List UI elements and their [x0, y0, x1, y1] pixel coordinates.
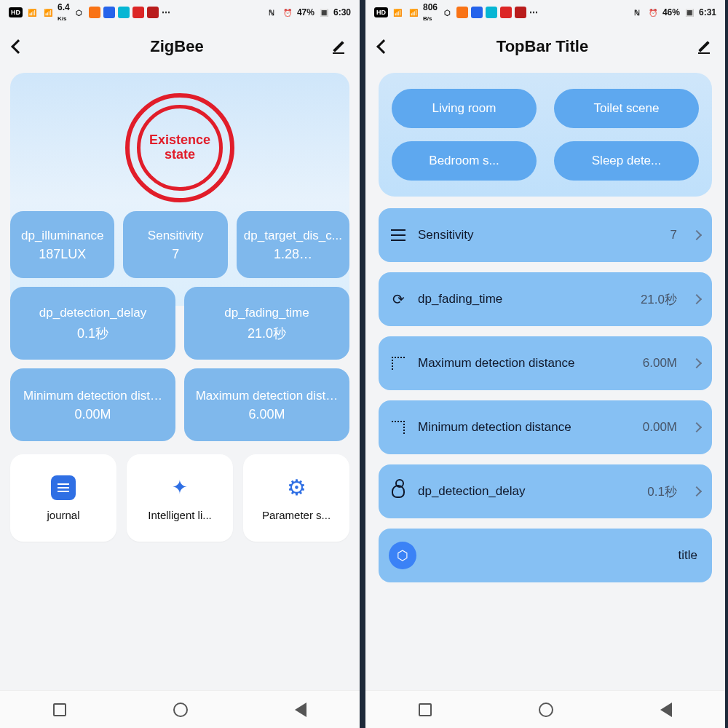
refresh-icon: ⟳ — [389, 290, 408, 309]
app-icon-4 — [500, 7, 512, 18]
phone-left: HD 📶 📶 6.4K/s ⬡ ⋯ ℕ ⏰ 47% 🔳 6:30 — [0, 0, 363, 728]
chevron-right-icon — [692, 230, 702, 240]
wifi-icon: 📶 — [41, 6, 55, 19]
alarm-icon: ⏰ — [646, 6, 660, 19]
chevron-right-icon — [692, 486, 702, 496]
card-journal[interactable]: journal — [10, 454, 116, 542]
page-title: ZigBee — [23, 37, 331, 56]
journal-icon — [51, 475, 76, 500]
card-intelligent[interactable]: ✦ Intelligent li... — [127, 454, 233, 542]
net-rate: 6.4K/s — [58, 2, 70, 23]
bottom-cards: journal ✦ Intelligent li... ⚙ Parameter … — [0, 441, 360, 549]
wifi-icon: 📶 — [407, 6, 420, 19]
nav-back[interactable] — [295, 703, 306, 717]
chevron-right-icon — [692, 294, 702, 304]
battery-icon: 🔳 — [683, 6, 696, 19]
nfc-icon: ℕ — [265, 6, 278, 19]
chevron-right-icon — [692, 422, 702, 432]
nav-home[interactable] — [173, 703, 188, 717]
state-label: Existence state — [141, 133, 219, 162]
hex-icon: ⬡ — [440, 6, 454, 19]
battery-icon: 🔳 — [317, 6, 331, 19]
row-min-distance[interactable]: Minimum detection distance 0.00M — [379, 400, 712, 454]
nfc-icon: ℕ — [630, 6, 644, 19]
nav-recent[interactable] — [53, 703, 66, 716]
row-fading-time[interactable]: ⟳ dp_fading_time 21.0秒 — [379, 272, 712, 326]
nav-back[interactable] — [660, 703, 672, 717]
network-icon: ✦ — [167, 475, 192, 500]
scene-toilet[interactable]: Toilet scene — [554, 89, 699, 128]
row-detection-delay[interactable]: dp_detection_delay 0.1秒 — [379, 464, 712, 518]
app-icon-5 — [147, 7, 159, 18]
signal-icon: 📶 — [25, 6, 39, 19]
hex-button-icon: ⬡ — [389, 542, 416, 569]
chevron-right-icon — [692, 358, 702, 368]
tile-illuminance[interactable]: dp_illuminance 187LUX — [10, 211, 114, 278]
tile-min-distance[interactable]: Minimum detection dist… 0.00M — [10, 368, 175, 441]
sliders-icon — [389, 226, 408, 245]
scene-bedroom[interactable]: Bedroom s... — [392, 141, 537, 181]
more-icon: ⋯ — [162, 7, 171, 17]
app-icon-3 — [486, 7, 497, 18]
scene-card: Living room Toilet scene Bedroom s... Sl… — [379, 73, 712, 197]
max-range-icon — [389, 354, 408, 373]
android-nav — [0, 690, 360, 728]
android-nav — [365, 690, 725, 728]
net-rate: 806B/s — [423, 2, 438, 23]
tile-fading-time[interactable]: dp_fading_time 21.0秒 — [184, 287, 349, 360]
clock: 6:30 — [333, 7, 351, 17]
battery-pct: 47% — [297, 7, 314, 17]
app-icon-3 — [118, 7, 130, 18]
gear-icon: ⚙ — [284, 475, 309, 500]
hd-badge: HD — [374, 7, 388, 17]
signal-icon: 📶 — [391, 6, 404, 19]
min-range-icon — [389, 418, 408, 437]
scene-sleep-detect[interactable]: Sleep dete... — [554, 141, 699, 181]
settings-list: Sensitivity 7 ⟳ dp_fading_time 21.0秒 Max… — [365, 208, 725, 582]
tile-target-distance[interactable]: dp_target_dis_c... 1.28… — [237, 211, 349, 278]
row-title[interactable]: ⬡ title — [379, 529, 712, 582]
topbar: ZigBee — [0, 25, 360, 68]
row-sensitivity[interactable]: Sensitivity 7 — [379, 208, 712, 262]
app-icon-4 — [132, 7, 144, 18]
person-icon — [389, 482, 408, 501]
status-bar: HD 📶 📶 806B/s ⬡ ⋯ ℕ ⏰ 46% 🔳 6:31 — [365, 0, 725, 25]
nav-home[interactable] — [539, 703, 553, 717]
edit-button[interactable] — [331, 39, 347, 55]
battery-pct: 46% — [662, 7, 680, 17]
app-icon-1 — [89, 7, 100, 18]
card-parameter[interactable]: ⚙ Parameter s... — [243, 454, 349, 542]
row-max-distance[interactable]: Maximum detection distance 6.00M — [379, 336, 712, 390]
app-icon-1 — [456, 7, 468, 18]
app-icon-2 — [103, 7, 115, 18]
scene-living-room[interactable]: Living room — [392, 89, 537, 128]
status-bar: HD 📶 📶 6.4K/s ⬡ ⋯ ℕ ⏰ 47% 🔳 6:30 — [0, 0, 360, 25]
state-indicator[interactable]: Existence state — [125, 93, 234, 202]
phone-right: HD 📶 📶 806B/s ⬡ ⋯ ℕ ⏰ 46% 🔳 6:31 — [363, 0, 725, 728]
hex-icon: ⬡ — [73, 6, 86, 19]
app-icon-2 — [471, 7, 483, 18]
clock: 6:31 — [699, 7, 716, 17]
alarm-icon: ⏰ — [281, 6, 294, 19]
nav-recent[interactable] — [419, 703, 432, 716]
edit-button[interactable] — [696, 39, 712, 55]
tile-sensitivity[interactable]: Sensitivity 7 — [123, 211, 227, 278]
tiles-grid: dp_illuminance 187LUX Sensitivity 7 dp_t… — [0, 211, 360, 441]
topbar: TopBar Title — [365, 25, 725, 68]
tile-max-distance[interactable]: Maximum detection dist… 6.00M — [184, 368, 349, 441]
tile-detection-delay[interactable]: dp_detection_delay 0.1秒 — [10, 287, 175, 360]
more-icon: ⋯ — [529, 7, 539, 17]
page-title: TopBar Title — [389, 37, 696, 56]
hd-badge: HD — [9, 7, 23, 17]
app-icon-5 — [515, 7, 526, 18]
